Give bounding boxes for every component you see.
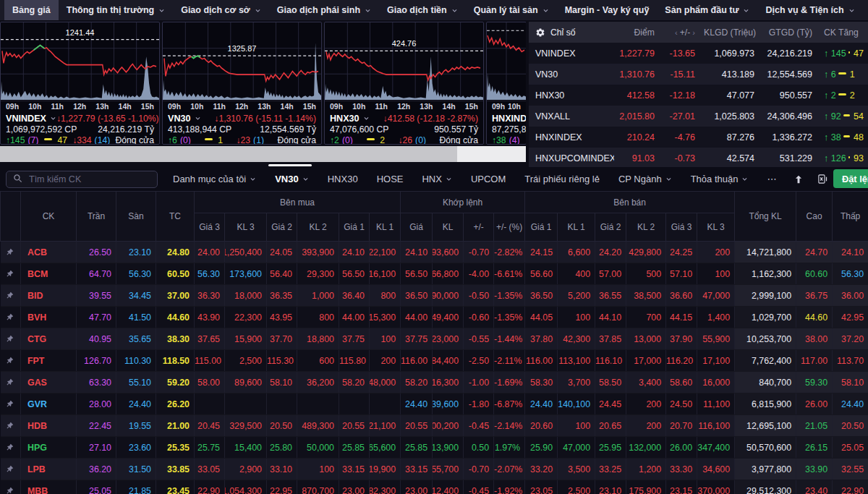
match-price-cell[interactable]: 24.10 <box>401 242 433 263</box>
total-vol-cell[interactable]: 1,029,700 <box>735 307 796 328</box>
bid-price-1-cell[interactable]: 23.00 <box>339 480 370 494</box>
tab-upcom[interactable]: UPCOM <box>471 174 506 184</box>
ask-vol-2-cell[interactable]: 429,800 <box>626 242 666 263</box>
reference-cell[interactable]: 25.35 <box>156 437 195 459</box>
change-cell[interactable]: -1.00 <box>464 372 494 393</box>
low-cell[interactable]: 20.50 <box>833 415 868 437</box>
ticker-cell[interactable]: BVH <box>21 307 77 328</box>
ticker-cell[interactable]: FPT <box>21 350 77 372</box>
reference-cell[interactable]: 26.20 <box>156 393 195 415</box>
subheader-bid-vol-1[interactable]: KL 1 <box>370 213 401 242</box>
ask-price-2-cell[interactable]: 36.55 <box>595 285 626 307</box>
ask-vol-3-cell[interactable]: 55,900 <box>697 328 735 350</box>
ask-price-3-cell[interactable]: 24.25 <box>666 242 697 263</box>
high-cell[interactable]: 59.30 <box>796 372 833 393</box>
bid-vol-2-cell[interactable]: 600 <box>297 350 339 372</box>
bid-price-2-cell[interactable]: 37.70 <box>267 328 297 350</box>
tab-hose[interactable]: HOSE <box>377 174 404 184</box>
bid-vol-3-cell[interactable]: 2,900 <box>225 459 267 480</box>
low-cell[interactable]: 32.55 <box>833 459 868 480</box>
bid-vol-3-cell[interactable] <box>225 393 267 415</box>
ask-price-2-cell[interactable]: 44.10 <box>595 307 626 328</box>
total-vol-cell[interactable]: 6,815,900 <box>735 393 796 415</box>
ask-price-2-cell[interactable]: 25.95 <box>595 437 626 459</box>
subheader-bid-price-2[interactable]: Giá 2 <box>267 213 297 242</box>
subheader-ask-vol-2[interactable]: KL 2 <box>626 213 666 242</box>
index-header-klgd[interactable]: KLGD (Triệu) <box>699 27 759 38</box>
index-header-gtgd[interactable]: GTGD (Tỷ) <box>759 27 817 38</box>
index-header-advancers[interactable]: CK Tăng <box>817 27 868 38</box>
subheader-match-vol[interactable]: KL <box>433 213 464 242</box>
excel-icon[interactable] <box>817 174 828 184</box>
high-cell[interactable]: 44.60 <box>796 307 833 328</box>
high-cell[interactable]: 60.60 <box>796 263 833 285</box>
change-pct-cell[interactable]: 1.97% <box>494 437 525 459</box>
ask-vol-3-cell[interactable]: 11,100 <box>697 393 735 415</box>
match-price-cell[interactable]: 44.00 <box>401 307 433 328</box>
bid-price-1-cell[interactable]: 24.10 <box>339 242 370 263</box>
subheader-change-pct[interactable]: +/- (%) <box>494 213 525 242</box>
bid-vol-1-cell[interactable] <box>370 393 401 415</box>
bid-vol-3-cell[interactable]: 89,600 <box>225 372 267 393</box>
ceiling-cell[interactable]: 28.00 <box>77 393 116 415</box>
bid-vol-2-cell[interactable]: 489,300 <box>297 415 339 437</box>
match-price-cell[interactable]: 36.50 <box>401 285 433 307</box>
nav-item-giao-d-ch-ti-n[interactable]: Giao dịch tiền <box>379 0 466 20</box>
bid-vol-2-cell[interactable]: 1,000 <box>297 285 339 307</box>
low-cell[interactable]: 37.20 <box>833 328 868 350</box>
bid-price-2-cell[interactable]: 36.35 <box>267 285 297 307</box>
bid-price-3-cell[interactable]: 115.00 <box>195 350 225 372</box>
bid-price-2-cell[interactable]: 58.10 <box>267 372 297 393</box>
bid-price-2-cell[interactable]: 25.80 <box>267 437 297 459</box>
change-cell[interactable]: -4.00 <box>464 263 494 285</box>
ask-price-1-cell[interactable]: 33.20 <box>525 459 558 480</box>
tab-hnx[interactable]: HNX <box>422 174 451 184</box>
match-vol-cell[interactable]: 66,800 <box>433 263 464 285</box>
subheader-bid-vol-2[interactable]: KL 2 <box>297 213 339 242</box>
ask-vol-2-cell[interactable]: 3,400 <box>626 372 666 393</box>
pin-icon[interactable] <box>1 307 21 328</box>
ask-vol-1-cell[interactable]: 5,200 <box>558 285 595 307</box>
reference-cell[interactable]: 44.60 <box>156 307 195 328</box>
ask-price-1-cell[interactable]: 24.15 <box>525 242 558 263</box>
bid-price-2-cell[interactable]: 24.05 <box>267 242 297 263</box>
index-name-dropdown[interactable]: HNXINDEX <box>492 114 526 124</box>
match-vol-cell[interactable]: 155,700 <box>433 459 464 480</box>
tab-vn30[interactable]: VN30 <box>275 174 309 184</box>
bid-vol-1-cell[interactable]: 19,900 <box>370 459 401 480</box>
search-input[interactable] <box>27 174 150 185</box>
match-vol-cell[interactable]: 190,000 <box>433 285 464 307</box>
ask-price-1-cell[interactable]: 44.05 <box>525 307 558 328</box>
ask-vol-2-cell[interactable]: 17,000 <box>626 350 666 372</box>
match-price-cell[interactable]: 23.00 <box>401 480 433 494</box>
ticker-cell[interactable]: GVR <box>21 393 77 415</box>
bid-vol-1-cell[interactable]: 200 <box>370 350 401 372</box>
ask-price-2-cell[interactable]: 23.10 <box>595 480 626 494</box>
total-vol-cell[interactable]: 2,999,100 <box>735 285 796 307</box>
ask-price-3-cell[interactable]: 23.15 <box>666 480 697 494</box>
match-price-cell[interactable]: 116.00 <box>401 350 433 372</box>
gear-icon[interactable] <box>535 27 545 38</box>
bid-price-2-cell[interactable] <box>267 393 297 415</box>
ticker-cell[interactable]: CTG <box>21 328 77 350</box>
floor-cell[interactable]: 34.45 <box>116 285 156 307</box>
ticker-cell[interactable]: BID <box>21 285 77 307</box>
high-cell[interactable]: 38.00 <box>796 328 833 350</box>
ticker-cell[interactable]: MBB <box>21 480 77 494</box>
place-order-button[interactable]: Đặt lệnh <box>833 169 868 188</box>
ask-price-3-cell[interactable]: 33.30 <box>666 459 697 480</box>
bid-price-3-cell[interactable]: 43.90 <box>195 307 225 328</box>
reference-cell[interactable]: 24.80 <box>156 242 195 263</box>
ask-price-2-cell[interactable]: 20.65 <box>595 415 626 437</box>
bid-vol-1-cell[interactable]: 800 <box>370 285 401 307</box>
ceiling-cell[interactable]: 26.50 <box>77 242 116 263</box>
bid-vol-2-cell[interactable]: 29,300 <box>297 263 339 285</box>
subheader-ask-vol-3[interactable]: KL 3 <box>697 213 735 242</box>
low-cell[interactable]: 24.10 <box>833 242 868 263</box>
floor-cell[interactable]: 110.30 <box>116 350 156 372</box>
bid-vol-1-cell[interactable]: 16,100 <box>370 263 401 285</box>
tab-th-a-thu-n[interactable]: Thỏa thuận <box>691 174 749 184</box>
match-price-cell[interactable]: 37.75 <box>401 328 433 350</box>
high-cell[interactable]: 117.00 <box>796 350 833 372</box>
ask-price-3-cell[interactable]: 57.10 <box>666 263 697 285</box>
